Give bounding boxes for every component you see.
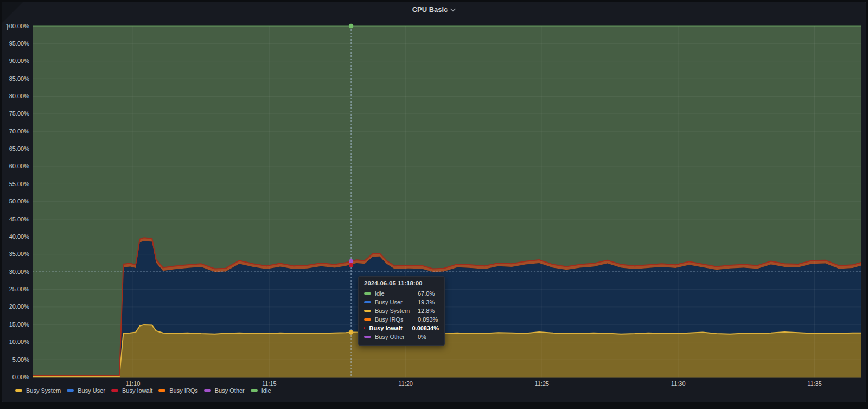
legend-label: Idle (261, 387, 271, 394)
tooltip-series-value: 12.8% (418, 308, 435, 314)
tooltip-series-label: Busy Iowait (369, 325, 408, 331)
legend-swatch (251, 389, 258, 392)
tooltip-timestamp: 2024-06-05 11:18:00 (364, 280, 439, 286)
legend-label: Busy Iowait (122, 387, 152, 394)
legend-label: Busy User (78, 387, 105, 394)
legend-swatch (158, 389, 165, 392)
legend-item-busy-iowait[interactable]: Busy Iowait (111, 387, 152, 394)
tooltip-row-busy-irqs: Busy IRQs0.893% (364, 315, 439, 324)
legend-label: Busy IRQs (169, 387, 198, 394)
legend-label: Busy System (26, 387, 61, 394)
tooltip-swatch (364, 310, 371, 312)
chevron-down-icon (450, 8, 456, 12)
tooltip-series-label: Busy System (375, 308, 414, 314)
plot-area[interactable] (33, 26, 861, 378)
legend-swatch (111, 389, 118, 392)
tooltip-row-busy-other: Busy Other0% (364, 333, 439, 341)
legend-item-busy-system[interactable]: Busy System (15, 387, 61, 394)
legend: Busy SystemBusy UserBusy IowaitBusy IRQs… (15, 386, 271, 395)
tooltip-row-busy-system: Busy System12.8% (364, 306, 439, 315)
tooltip-series-label: Busy Other (375, 334, 414, 340)
tooltip-series-label: Busy IRQs (375, 316, 414, 323)
tooltip-swatch (364, 292, 371, 295)
panel-title-menu[interactable]: CPU Basic (412, 5, 456, 14)
tooltip-series-value: 67.0% (418, 290, 435, 297)
legend-swatch (67, 389, 74, 392)
tooltip: 2024-06-05 11:18:00 Idle67.0%Busy User19… (358, 276, 445, 346)
legend-swatch (204, 389, 211, 392)
tooltip-row-busy-iowait: Busy Iowait0.00834% (364, 324, 439, 333)
panel-info-corner[interactable]: i (2, 2, 23, 23)
tooltip-series-label: Busy User (375, 299, 414, 305)
tooltip-swatch (364, 301, 371, 303)
tooltip-series-value: 0.893% (418, 316, 438, 323)
legend-label: Busy Other (215, 387, 245, 394)
legend-item-busy-user[interactable]: Busy User (67, 387, 105, 394)
legend-item-idle[interactable]: Idle (251, 387, 271, 394)
legend-item-busy-irqs[interactable]: Busy IRQs (158, 387, 198, 394)
info-icon: i (7, 24, 9, 33)
tooltip-series-value: 0.00834% (412, 325, 439, 331)
tooltip-row-busy-user: Busy User19.3% (364, 298, 439, 306)
legend-item-busy-other[interactable]: Busy Other (204, 387, 245, 394)
tooltip-series-label: Idle (375, 290, 414, 297)
tooltip-rows: Idle67.0%Busy User19.3%Busy System12.8%B… (364, 289, 439, 341)
tooltip-swatch (364, 327, 365, 329)
panel-title: CPU Basic (412, 5, 448, 14)
tooltip-swatch (364, 336, 371, 338)
tooltip-series-value: 19.3% (418, 299, 435, 305)
tooltip-series-value: 0% (418, 334, 426, 340)
tooltip-row-idle: Idle67.0% (364, 289, 439, 298)
legend-swatch (15, 389, 22, 392)
tooltip-swatch (364, 318, 371, 321)
panel-header: CPU Basic (0, 0, 868, 18)
